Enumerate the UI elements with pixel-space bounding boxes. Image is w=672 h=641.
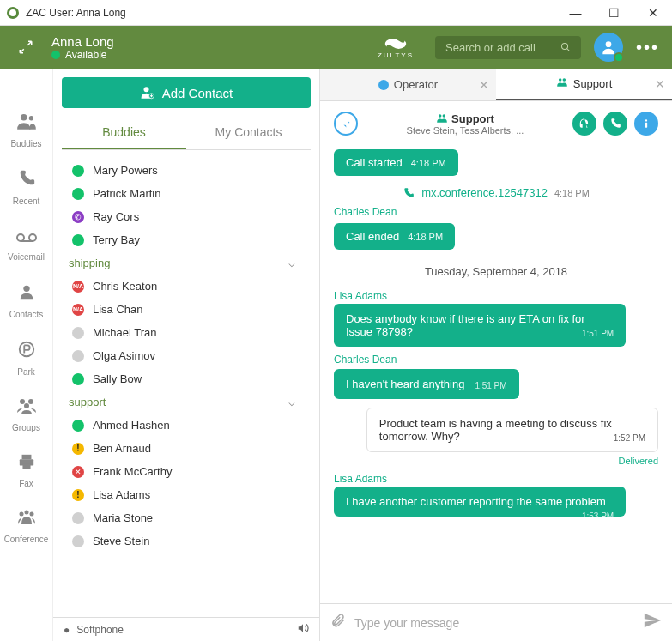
- buddy-row[interactable]: Maria Stone: [53, 506, 319, 529]
- sidebar: Buddies Recent Voicemail Contacts Park: [0, 69, 53, 641]
- collapse-icon[interactable]: [13, 34, 39, 60]
- presence-icon: [72, 420, 84, 432]
- minus-icon: ●: [64, 624, 70, 636]
- status-dot-icon: [51, 51, 60, 59]
- buddy-row[interactable]: Mary Powers: [53, 159, 319, 182]
- fax-icon: [17, 453, 36, 475]
- more-menu-button[interactable]: •••: [636, 38, 659, 57]
- search-wrap[interactable]: [435, 36, 581, 59]
- buddy-name: Steve Stein: [93, 535, 150, 547]
- buddy-row[interactable]: N/ALisa Chan: [53, 298, 319, 321]
- sidebar-label: Contacts: [9, 310, 43, 319]
- buddy-row[interactable]: Olga Asimov: [53, 344, 319, 367]
- close-tab-icon[interactable]: ✕: [479, 78, 489, 92]
- send-button[interactable]: [643, 611, 662, 634]
- tab-support[interactable]: Support ✕: [496, 69, 672, 100]
- softphone-bar[interactable]: ● Softphone: [53, 617, 319, 641]
- buddy-row[interactable]: !Ben Arnaud: [53, 437, 319, 460]
- tab-label: Operator: [394, 78, 438, 91]
- call-started-pill: Call started 4:18 PM: [334, 149, 458, 176]
- buddy-row[interactable]: Ahmed Hashen: [53, 414, 319, 437]
- buddy-name: Terry Bay: [93, 233, 140, 246]
- buddy-row[interactable]: Sally Bow: [53, 367, 319, 390]
- svg-point-5: [29, 234, 36, 241]
- search-input[interactable]: [445, 41, 554, 54]
- svg-rect-11: [21, 455, 31, 459]
- attach-icon[interactable]: [330, 613, 346, 632]
- close-button[interactable]: ✕: [633, 0, 672, 26]
- volume-icon[interactable]: [297, 622, 309, 637]
- add-contact-button[interactable]: Add Contact: [62, 77, 311, 108]
- presence-icon: !: [72, 489, 84, 501]
- buddy-name: Ahmed Hashen: [93, 419, 170, 432]
- buddies-panel: Add Contact Buddies My Contacts Mary Pow…: [53, 69, 320, 641]
- conference-icon: [16, 509, 37, 531]
- group-header[interactable]: support⌵: [53, 390, 319, 414]
- sidebar-item-voicemail[interactable]: Voicemail: [0, 216, 52, 272]
- buddy-row[interactable]: !Lisa Adams: [53, 483, 319, 506]
- sidebar-item-buddies[interactable]: Buddies: [0, 112, 52, 159]
- message-composer: [320, 603, 672, 641]
- sidebar-item-conference[interactable]: Conference: [0, 499, 52, 554]
- groups-icon: [15, 397, 38, 420]
- info-button[interactable]: [634, 112, 658, 136]
- chat-body[interactable]: Call started 4:18 PM mx.conference.12547…: [320, 146, 672, 603]
- sub-tabs: Buddies My Contacts: [62, 117, 311, 150]
- buddy-name: Michael Tran: [93, 326, 156, 339]
- call-ended-pill: Call ended 4:18 PM: [334, 223, 455, 250]
- group-header[interactable]: shipping⌵: [53, 251, 319, 275]
- message-input[interactable]: [354, 616, 634, 630]
- tab-buddies[interactable]: Buddies: [62, 117, 186, 149]
- buddy-name: Patrick Martin: [93, 187, 160, 200]
- svg-rect-24: [645, 123, 647, 128]
- sidebar-label: Conference: [4, 535, 49, 544]
- sidebar-item-park[interactable]: Park: [0, 330, 52, 387]
- buddy-name: Sally Bow: [93, 372, 142, 385]
- presence-icon: ✆: [72, 211, 84, 223]
- presence-icon: [72, 165, 84, 177]
- group-label: support: [69, 396, 106, 408]
- avatar-button[interactable]: [594, 33, 623, 62]
- buddy-row[interactable]: Michael Tran: [53, 321, 319, 344]
- buddy-name: Frank McCarthy: [93, 465, 172, 478]
- maximize-button[interactable]: ☐: [595, 0, 633, 26]
- headset-button[interactable]: [572, 112, 596, 136]
- buddy-row[interactable]: N/AChris Keaton: [53, 275, 319, 298]
- buddy-row[interactable]: ✆Ray Cors: [53, 205, 319, 228]
- buddy-list[interactable]: Mary PowersPatrick Martin✆Ray CorsTerry …: [53, 150, 319, 617]
- buddies-icon: [15, 112, 38, 136]
- chat-title: Support: [366, 112, 564, 125]
- conference-line: mx.conference.12547312 4:18 PM: [334, 186, 658, 199]
- presence-icon: [72, 512, 84, 524]
- pin-button[interactable]: [334, 112, 358, 136]
- buddy-row[interactable]: Terry Bay: [53, 228, 319, 251]
- support-icon: [556, 77, 568, 90]
- profile-name: Anna Long: [51, 34, 114, 49]
- buddy-row[interactable]: Patrick Martin: [53, 182, 319, 205]
- delivered-status: Delivered: [334, 456, 658, 466]
- sidebar-label: Park: [17, 367, 35, 377]
- message-bubble: I haven't heard anything 1:51 PM: [334, 369, 519, 399]
- minimize-button[interactable]: —: [556, 0, 595, 26]
- buddy-name: Chris Keaton: [93, 280, 157, 293]
- sidebar-item-fax[interactable]: Fax: [0, 443, 52, 499]
- sidebar-item-contacts[interactable]: Contacts: [0, 272, 52, 330]
- logo-text: ZULTYS: [378, 51, 414, 59]
- svg-point-20: [562, 78, 566, 82]
- app-icon: [7, 7, 19, 19]
- group-label: shipping: [69, 257, 110, 269]
- profile-status: Available: [51, 49, 114, 61]
- buddy-row[interactable]: ✕Frank McCarthy: [53, 460, 319, 483]
- tab-mycontacts[interactable]: My Contacts: [186, 117, 311, 149]
- buddy-row[interactable]: Steve Stein: [53, 529, 319, 553]
- tab-operator[interactable]: Operator ✕: [320, 69, 496, 100]
- call-button[interactable]: [603, 112, 627, 136]
- sidebar-item-recent[interactable]: Recent: [0, 159, 52, 216]
- status-text: Available: [65, 49, 106, 61]
- phone-icon: [403, 187, 415, 199]
- sidebar-item-groups[interactable]: Groups: [0, 387, 52, 443]
- close-tab-icon[interactable]: ✕: [655, 77, 665, 91]
- profile-block[interactable]: Anna Long Available: [51, 34, 114, 61]
- svg-point-0: [561, 43, 567, 49]
- svg-rect-13: [22, 464, 30, 469]
